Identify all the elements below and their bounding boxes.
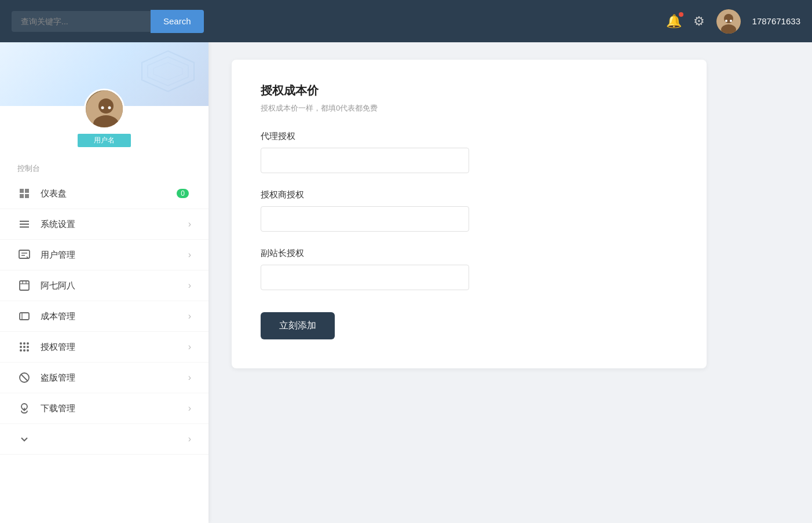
sidebar-item-label-user: 用户管理 bbox=[41, 250, 188, 261]
chevron-right-icon-cost: › bbox=[188, 311, 191, 321]
cost-management-icon bbox=[17, 309, 31, 323]
svg-point-11 bbox=[101, 107, 104, 109]
layout: 用户名 控制台 仪表盘 0 系统设置 › 用户管理 › bbox=[0, 0, 812, 523]
sidebar-item-cost-management[interactable]: 成本管理 › bbox=[0, 301, 209, 332]
sub-admin-auth-label: 副站长授权 bbox=[261, 248, 678, 259]
svg-point-27 bbox=[27, 342, 29, 345]
svg-point-29 bbox=[23, 346, 25, 348]
svg-point-1 bbox=[724, 14, 733, 23]
svg-point-26 bbox=[23, 342, 25, 345]
sidebar-item-label-a7a8: 阿七阿八 bbox=[41, 280, 188, 291]
submit-button[interactable]: 立刻添加 bbox=[261, 312, 335, 339]
chevron-right-icon-user: › bbox=[188, 250, 191, 260]
sub-admin-auth-input[interactable] bbox=[261, 265, 469, 290]
svg-point-28 bbox=[20, 346, 22, 348]
main-content: 授权成本价 授权成本价一样，都填0代表都免费 代理授权 授权商授权 副站长授权 … bbox=[209, 42, 812, 523]
a7a8-icon bbox=[17, 279, 31, 292]
svg-marker-7 bbox=[153, 63, 182, 80]
search-input[interactable] bbox=[12, 11, 151, 32]
form-card: 授权成本价 授权成本价一样，都填0代表都免费 代理授权 授权商授权 副站长授权 … bbox=[232, 60, 707, 368]
avatar[interactable] bbox=[716, 9, 741, 34]
dashboard-badge: 0 bbox=[177, 189, 189, 198]
svg-point-32 bbox=[23, 349, 25, 352]
sidebar-item-label-piracy: 盗版管理 bbox=[41, 372, 188, 383]
agent-auth-label: 代理授权 bbox=[261, 131, 678, 142]
distributor-auth-label: 授权商授权 bbox=[261, 189, 678, 200]
sidebar-username-bar: 用户名 bbox=[78, 134, 131, 147]
sidebar-item-label-dashboard: 仪表盘 bbox=[41, 188, 177, 199]
banner-decoration bbox=[139, 48, 197, 94]
dashboard-icon bbox=[17, 186, 31, 200]
sidebar-item-a7a8[interactable]: 阿七阿八 › bbox=[0, 270, 209, 301]
search-area: Search bbox=[12, 10, 204, 33]
svg-point-31 bbox=[20, 349, 22, 352]
auth-management-icon bbox=[17, 340, 31, 354]
svg-rect-19 bbox=[20, 281, 29, 290]
form-title: 授权成本价 bbox=[261, 83, 678, 98]
chevron-right-icon-more: › bbox=[188, 434, 191, 444]
distributor-auth-input[interactable] bbox=[261, 206, 469, 232]
sidebar-item-label-auth: 授权管理 bbox=[41, 342, 188, 353]
sidebar-item-system-settings[interactable]: 系统设置 › bbox=[0, 209, 209, 240]
form-group-distributor-auth: 授权商授权 bbox=[261, 189, 678, 232]
notification-bell-icon[interactable]: 🔔 bbox=[666, 14, 682, 29]
svg-rect-23 bbox=[20, 313, 29, 320]
svg-point-3 bbox=[725, 20, 727, 22]
svg-point-12 bbox=[108, 107, 111, 109]
settings-icon[interactable]: ⚙ bbox=[693, 14, 705, 29]
form-group-agent-auth: 代理授权 bbox=[261, 131, 678, 173]
sidebar-item-label-system: 系统设置 bbox=[41, 219, 188, 230]
username-label: 1787671633 bbox=[752, 16, 800, 26]
sidebar-item-download-management[interactable]: 下载管理 › bbox=[0, 393, 209, 424]
sidebar-item-auth-management[interactable]: 授权管理 › bbox=[0, 332, 209, 363]
chevron-right-icon-download: › bbox=[188, 403, 191, 414]
header: Search 🔔 ⚙ 1787671633 bbox=[0, 0, 812, 42]
form-subtitle: 授权成本价一样，都填0代表都免费 bbox=[261, 103, 678, 114]
agent-auth-input[interactable] bbox=[261, 148, 469, 173]
notification-dot bbox=[679, 12, 683, 17]
sidebar-item-more[interactable]: › bbox=[0, 424, 209, 455]
sidebar-item-label-download: 下载管理 bbox=[41, 403, 188, 414]
sidebar-item-piracy-management[interactable]: 盗版管理 › bbox=[0, 363, 209, 393]
sidebar-item-label-cost: 成本管理 bbox=[41, 311, 188, 322]
system-settings-icon bbox=[17, 217, 31, 231]
more-icon bbox=[17, 432, 31, 446]
svg-point-9 bbox=[98, 98, 114, 114]
svg-point-33 bbox=[27, 349, 29, 352]
sidebar-section-label: 控制台 bbox=[0, 153, 209, 178]
download-management-icon bbox=[17, 401, 31, 415]
sidebar-avatar-area: 用户名 bbox=[0, 89, 209, 153]
svg-point-25 bbox=[20, 342, 22, 345]
sidebar: 用户名 控制台 仪表盘 0 系统设置 › 用户管理 › bbox=[0, 42, 209, 523]
chevron-right-icon: › bbox=[188, 219, 191, 229]
sidebar-avatar bbox=[84, 89, 125, 129]
chevron-right-icon-a7a8: › bbox=[188, 280, 191, 291]
svg-point-4 bbox=[730, 20, 732, 22]
chevron-right-icon-auth: › bbox=[188, 342, 191, 352]
search-button[interactable]: Search bbox=[151, 10, 204, 33]
svg-point-30 bbox=[27, 346, 29, 348]
piracy-management-icon bbox=[17, 371, 31, 385]
svg-rect-16 bbox=[19, 250, 30, 258]
header-right: 🔔 ⚙ 1787671633 bbox=[666, 9, 800, 34]
svg-line-35 bbox=[21, 374, 28, 381]
sidebar-item-dashboard[interactable]: 仪表盘 0 bbox=[0, 178, 209, 209]
user-management-icon bbox=[17, 248, 31, 262]
sidebar-item-user-management[interactable]: 用户管理 › bbox=[0, 240, 209, 270]
chevron-right-icon-piracy: › bbox=[188, 372, 191, 383]
form-group-sub-admin-auth: 副站长授权 bbox=[261, 248, 678, 290]
